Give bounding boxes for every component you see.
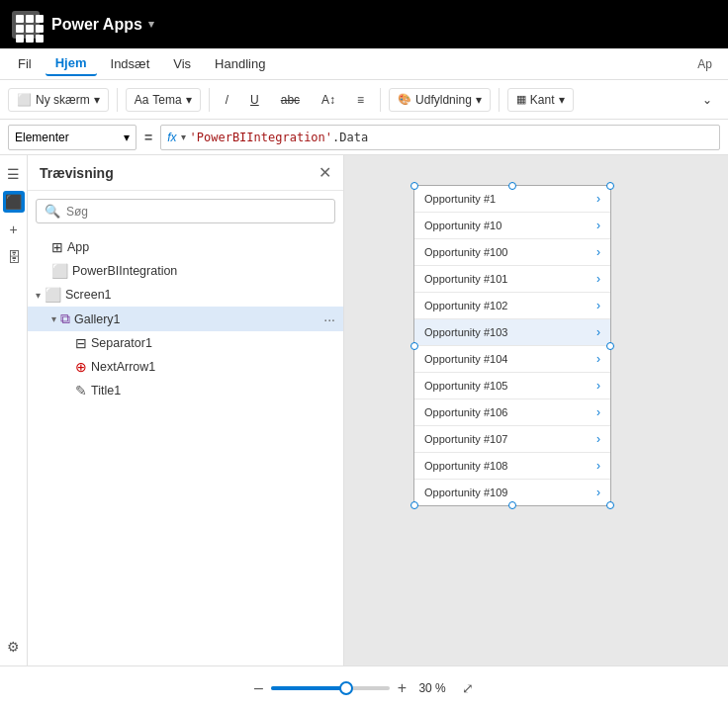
tree-item-nextarrow1[interactable]: ⊕ NextArrow1 <box>28 355 343 379</box>
slash-button[interactable]: / <box>218 89 236 111</box>
handle-br[interactable] <box>606 501 614 509</box>
app-icon: ⊞ <box>51 239 63 255</box>
zoom-slider-thumb[interactable] <box>339 681 353 695</box>
tree-item-screen1[interactable]: ▾ ⬜ Screen1 <box>28 283 343 307</box>
menu-fil[interactable]: Fil <box>8 52 42 75</box>
menu-hjem[interactable]: Hjem <box>46 51 97 76</box>
menu-toggle-icon[interactable]: ☰ <box>3 163 25 185</box>
kant-label: Kant <box>530 93 555 107</box>
formula-selector-label: Elementer <box>15 131 69 144</box>
gallery-item-9[interactable]: Opportunity #107 › <box>414 426 610 453</box>
menu-right-label: Ap <box>689 53 720 75</box>
handle-tc[interactable] <box>508 182 516 190</box>
gallery-item-arrow-6: › <box>596 352 600 366</box>
screen1-label: Screen1 <box>65 288 112 302</box>
gallery-item-label-6: Opportunity #104 <box>424 353 507 365</box>
search-icon: 🔍 <box>45 204 60 219</box>
expand-icon[interactable]: ⤢ <box>462 680 474 696</box>
tree-item-gallery1[interactable]: ▾ ⧉ Gallery1 ··· <box>28 307 343 331</box>
gallery-item-label-5: Opportunity #103 <box>424 326 507 338</box>
gallery-item-0[interactable]: Opportunity #1 › <box>414 186 610 213</box>
tema-button[interactable]: Aa Tema ▾ <box>126 88 201 112</box>
udfyldning-button[interactable]: 🎨 Udfyldning ▾ <box>389 88 491 112</box>
formula-selector[interactable]: Elementer ▾ <box>8 125 136 150</box>
tree-item-powerbintegration[interactable]: ⬜ PowerBIIntegration <box>28 259 343 283</box>
kant-button[interactable]: ▦ Kant ▾ <box>507 88 574 112</box>
zoom-minus-button[interactable]: – <box>254 679 263 697</box>
kant-chevron[interactable]: ▾ <box>559 93 565 107</box>
kant-icon: ▦ <box>516 93 526 106</box>
gallery-item-label-9: Opportunity #107 <box>424 433 507 445</box>
gallery-item-arrow-8: › <box>596 405 600 419</box>
tema-label: Tema <box>152 93 181 107</box>
gallery-item-3[interactable]: Opportunity #101 › <box>414 266 610 293</box>
underline-icon: U <box>250 93 259 107</box>
gallery1-icon: ⧉ <box>60 310 70 327</box>
gallery-item-arrow-9: › <box>596 432 600 446</box>
handle-bl[interactable] <box>410 501 418 509</box>
align-button[interactable]: ≡ <box>349 89 372 111</box>
zoom-slider-track[interactable] <box>271 686 390 690</box>
screen1-icon: ⬜ <box>45 287 61 303</box>
fx-label: fx <box>167 131 176 144</box>
gallery-item-8[interactable]: Opportunity #106 › <box>414 399 610 426</box>
canvas-area[interactable]: Opportunity #1 › Opportunity #10 › Oppor… <box>344 155 728 665</box>
tree-search-input[interactable] <box>66 205 326 219</box>
tree-search-box[interactable]: 🔍 <box>36 199 335 223</box>
menu-indsaet[interactable]: Indsæt <box>101 52 160 75</box>
underline-button[interactable]: U <box>242 89 267 111</box>
main-layout: ☰ ⬛ + 🗄 ⚙ Trævisning ✕ 🔍 ⊞ App ⬜ Po <box>0 155 728 665</box>
tree-close-button[interactable]: ✕ <box>318 163 331 182</box>
handle-tr[interactable] <box>606 182 614 190</box>
menu-bar: Fil Hjem Indsæt Vis Handling Ap <box>0 48 728 80</box>
gallery-item-1[interactable]: Opportunity #10 › <box>414 213 610 239</box>
handle-ml[interactable] <box>410 342 418 350</box>
gallery-item-label-2: Opportunity #100 <box>424 246 507 258</box>
gallery-item-6[interactable]: Opportunity #104 › <box>414 346 610 373</box>
menu-vis[interactable]: Vis <box>163 52 201 75</box>
gallery-widget[interactable]: Opportunity #1 › Opportunity #10 › Oppor… <box>413 185 611 506</box>
app-title-chevron[interactable]: ▾ <box>148 18 154 31</box>
font-size-button[interactable]: A↕ <box>314 89 343 111</box>
nextarrow1-label: NextArrow1 <box>91 360 155 374</box>
ny-skaerm-button[interactable]: ⬜ Ny skærm ▾ <box>8 88 109 112</box>
udfyldning-chevron[interactable]: ▾ <box>476 93 482 107</box>
add-icon[interactable]: + <box>3 219 25 240</box>
gallery-item-5[interactable]: Opportunity #103 › <box>414 319 610 346</box>
gallery-item-label-11: Opportunity #109 <box>424 487 507 498</box>
waffle-icon[interactable] <box>12 11 40 39</box>
tree-title: Trævisning <box>40 165 114 181</box>
gallery-item-10[interactable]: Opportunity #108 › <box>414 453 610 480</box>
formula-bar: Elementer ▾ = fx ▾ 'PowerBIIntegration'.… <box>0 120 728 155</box>
tree-item-separator1[interactable]: ⊟ Separator1 <box>28 331 343 355</box>
toolbar: ⬜ Ny skærm ▾ Aa Tema ▾ / U abc A↕ ≡ 🎨 Ud… <box>0 80 728 120</box>
tema-chevron[interactable]: ▾ <box>186 93 192 107</box>
ny-skaerm-chevron[interactable]: ▾ <box>94 93 100 107</box>
udfyldning-icon: 🎨 <box>398 93 411 106</box>
more-button[interactable]: ⌄ <box>694 89 720 111</box>
settings-icon[interactable]: ⚙ <box>3 636 25 658</box>
database-icon[interactable]: 🗄 <box>3 246 25 268</box>
menu-handling[interactable]: Handling <box>205 52 275 75</box>
gallery-item-4[interactable]: Opportunity #102 › <box>414 293 610 319</box>
gallery-item-2[interactable]: Opportunity #100 › <box>414 239 610 266</box>
handle-bc[interactable] <box>508 501 516 509</box>
formula-input-area[interactable]: fx ▾ 'PowerBIIntegration'.Data <box>160 125 720 150</box>
tree-item-title1[interactable]: ✎ Title1 <box>28 379 343 402</box>
tree-item-app[interactable]: ⊞ App <box>28 235 343 259</box>
handle-tl[interactable] <box>410 182 418 190</box>
formula-content: 'PowerBIIntegration'.Data <box>190 131 369 144</box>
layers-icon[interactable]: ⬛ <box>3 191 25 213</box>
toolbar-sep2 <box>209 88 210 112</box>
gallery-item-7[interactable]: Opportunity #105 › <box>414 373 610 399</box>
strikethrough-button[interactable]: abc <box>273 89 308 111</box>
formula-selector-chevron: ▾ <box>124 131 130 144</box>
zoom-plus-button[interactable]: + <box>398 679 407 697</box>
gallery-item-arrow-4: › <box>596 299 600 312</box>
gallery1-dots[interactable]: ··· <box>323 311 335 327</box>
handle-mr[interactable] <box>606 342 614 350</box>
font-size-icon: A↕ <box>321 93 335 107</box>
gallery-item-arrow-0: › <box>596 192 600 206</box>
gallery-item-arrow-7: › <box>596 379 600 393</box>
more-icon: ⌄ <box>702 93 712 107</box>
